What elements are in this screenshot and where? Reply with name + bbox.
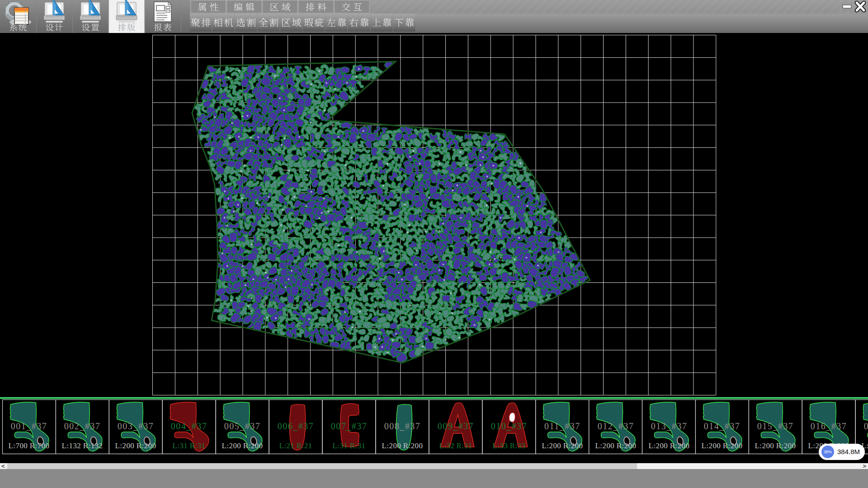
svg-text:006_#37: 006_#37 [278,421,314,431]
svg-text:L:200 R:200: L:200 R:200 [702,441,743,450]
svg-text:010_#37: 010_#37 [491,421,528,431]
svg-text:L:200 R:200: L:200 R:200 [115,441,156,450]
svg-text:L:31 R:31: L:31 R:31 [172,441,205,450]
svg-text:L:132 R:132: L:132 R:132 [62,441,103,450]
svg-text:L:200 R:200: L:200 R:200 [649,441,690,450]
svg-text:014_#37: 014_#37 [704,421,741,431]
svg-text:L:31 R:31: L:31 R:31 [332,441,365,450]
svg-text:L:700 R:700: L:700 R:700 [9,441,50,450]
svg-text:L:200 R:200: L:200 R:200 [595,441,637,450]
svg-text:L:200 R:200: L:200 R:200 [542,441,583,450]
svg-text:007_#37: 007_#37 [331,421,368,431]
svg-text:002_#37: 002_#37 [64,421,101,431]
svg-text:009_#37: 009_#37 [438,421,474,431]
svg-text:008_#37: 008_#37 [384,421,421,431]
svg-text:003_#37: 003_#37 [118,421,154,431]
svg-text:L:33 R:33: L:33 R:33 [492,441,525,450]
svg-text:016_#37: 016_#37 [811,421,847,431]
svg-text:L:21 R:21: L:21 R:21 [279,441,312,450]
svg-text:012_#37: 012_#37 [598,421,634,431]
svg-text:L:200 R:200: L:200 R:200 [222,441,263,450]
svg-text:013_#37: 013_#37 [651,421,688,431]
svg-text:L:32 R:31: L:32 R:31 [439,441,472,450]
svg-text:004_#37: 004_#37 [171,421,208,431]
svg-text:017_#37: 017_#37 [864,421,868,431]
svg-text:L:200 R:200: L:200 R:200 [755,441,796,450]
svg-text:005_#37: 005_#37 [224,421,261,431]
svg-text:L:200 R:200: L:200 R:200 [382,441,423,450]
svg-text:015_#37: 015_#37 [757,421,794,431]
svg-text:001_#37: 001_#37 [11,421,47,431]
svg-text:011_#37: 011_#37 [544,421,580,431]
